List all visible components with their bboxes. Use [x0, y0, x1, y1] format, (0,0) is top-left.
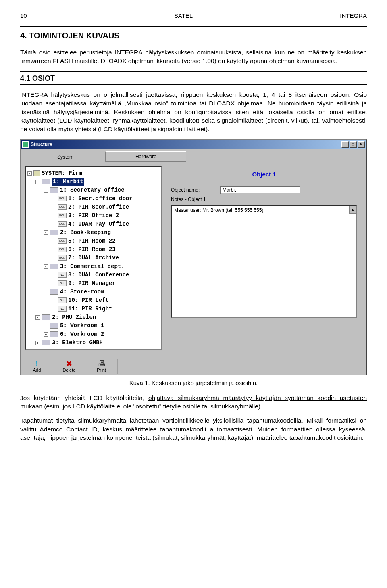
- details-pane: Object 1 Object name: Notes - Object 1 M…: [166, 166, 362, 350]
- tree-node[interactable]: -2: Book-keeping: [27, 228, 160, 237]
- folder-icon: [42, 340, 50, 345]
- tree-label: 2: PHU Zielen: [52, 313, 96, 322]
- tree-label: 7: DUAL Archive: [68, 254, 119, 262]
- bottom-toolbar: ! Add ✖ Delete 🖶 Print: [21, 357, 366, 375]
- zone-icon: EOL: [58, 238, 67, 244]
- tree-node[interactable]: +5: Workroom 1: [27, 322, 160, 330]
- page-number: 10: [20, 12, 27, 19]
- tree-node[interactable]: EOL1: Secr.office door: [27, 195, 160, 203]
- tabs: System Hardware: [21, 149, 366, 162]
- tree-node[interactable]: EOL2: PIR Secr.office: [27, 203, 160, 211]
- tree-node[interactable]: NO10: PIR Left: [27, 296, 160, 305]
- object-heading: Object 1: [166, 166, 362, 185]
- scroll-up-icon[interactable]: ▲: [349, 206, 356, 214]
- zone-icon: EOL: [58, 213, 67, 218]
- tree-node[interactable]: EOL3: PIR Office 2: [27, 211, 160, 220]
- tree-node[interactable]: EOL6: PIR Room 23: [27, 245, 160, 254]
- tree-label: SYSTEM: Firm: [42, 169, 82, 178]
- tree-node[interactable]: EOL5: PIR Room 22: [27, 237, 160, 245]
- delete-icon: ✖: [53, 360, 85, 368]
- folder-icon: [50, 187, 58, 193]
- app-icon: [22, 141, 29, 148]
- tree-label: 1: Marbit: [52, 178, 84, 186]
- collapse-icon[interactable]: -: [35, 315, 40, 320]
- collapse-icon[interactable]: -: [44, 264, 48, 269]
- tree-node[interactable]: -3: Commercial dept.: [27, 262, 160, 271]
- notes-content: Master user: Mr. Brown (tel. 555 555 555…: [174, 207, 263, 213]
- object-name-input[interactable]: [220, 186, 301, 194]
- tab-hardware[interactable]: Hardware: [106, 151, 186, 162]
- tree-node[interactable]: -1: Secretary office: [27, 186, 160, 195]
- folder-icon: [50, 264, 58, 269]
- folder-icon: [50, 323, 58, 329]
- delete-button[interactable]: ✖ Delete: [53, 359, 85, 374]
- tree-label: 8: DUAL Conference: [68, 271, 129, 279]
- tree-node[interactable]: NO11: PIR Right: [27, 305, 160, 313]
- folder-icon: [42, 314, 50, 320]
- tree-node[interactable]: +6: Workroom 2: [27, 330, 160, 339]
- tree-label: 6: PIR Room 23: [68, 245, 116, 254]
- tree-label: 3: Commercial dept.: [60, 262, 125, 271]
- zone-icon: NO: [58, 306, 67, 312]
- zone-icon: NO: [58, 280, 67, 286]
- expand-icon[interactable]: +: [35, 341, 40, 345]
- notes-textarea[interactable]: Master user: Mr. Brown (tel. 555 555 555…: [171, 205, 357, 318]
- print-icon: 🖶: [85, 360, 117, 368]
- collapse-icon[interactable]: -: [44, 188, 48, 193]
- collapse-icon[interactable]: -: [44, 290, 48, 294]
- paragraph-osiot: INTEGRA hälytyskeskus on ohjelmallisesti…: [20, 90, 367, 134]
- brand: SATEL: [174, 12, 193, 19]
- section-4-1-title: 4.1 OSIOT: [20, 74, 367, 83]
- collapse-icon[interactable]: -: [44, 230, 48, 235]
- add-button[interactable]: ! Add: [21, 359, 53, 374]
- notes-label: Notes - Object 1: [171, 197, 215, 202]
- system-icon: [33, 170, 40, 176]
- tree-node[interactable]: -SYSTEM: Firm: [27, 169, 160, 178]
- structure-window: Structure _ □ × System Hardware -SYSTEM:…: [20, 139, 367, 375]
- tree-node[interactable]: EOL4: UDAR Pay Office: [27, 220, 160, 228]
- zone-icon: EOL: [58, 255, 67, 261]
- expand-icon[interactable]: +: [44, 324, 48, 328]
- collapse-icon[interactable]: -: [35, 180, 40, 184]
- paragraph-intro: Tämä osio esittelee perustietoja INTEGRA…: [20, 48, 367, 65]
- object-name-label: Object name:: [171, 187, 215, 193]
- tree-node[interactable]: -2: PHU Zielen: [27, 313, 160, 322]
- product: INTEGRA: [340, 12, 367, 19]
- tree-node[interactable]: NO8: DUAL Conference: [27, 271, 160, 279]
- paragraph-events: Tapahtumat tietyltä silmukkaryhmältä läh…: [20, 416, 367, 442]
- figure-caption: Kuva 1. Keskuksen jako järjestelmiin ja …: [20, 379, 367, 386]
- tree-label: 3: PIR Office 2: [68, 211, 119, 220]
- tree-label: 4: UDAR Pay Office: [68, 220, 129, 228]
- tree-node[interactable]: NO9: PIR Menager: [27, 279, 160, 288]
- tree-label: 2: PIR Secr.office: [68, 203, 129, 211]
- zone-icon: NO: [58, 297, 67, 303]
- print-button[interactable]: 🖶 Print: [85, 359, 118, 374]
- tree-label: 3: Elektro GMBH: [52, 339, 103, 347]
- tree-node[interactable]: -1: Marbit: [27, 178, 160, 186]
- page-header: 10 SATEL INTEGRA: [20, 12, 367, 19]
- close-button[interactable]: ×: [358, 141, 365, 148]
- zone-icon: EOL: [58, 247, 67, 252]
- tree-label: 9: PIR Menager: [68, 279, 116, 288]
- maximize-button[interactable]: □: [350, 141, 357, 148]
- section-4-title: 4. TOIMINTOJEN KUVAUS: [20, 31, 367, 40]
- tree-node[interactable]: EOL7: DUAL Archive: [27, 254, 160, 262]
- folder-icon: [50, 289, 58, 295]
- collapse-icon[interactable]: -: [27, 171, 32, 176]
- tree-label: 4: Store-room: [60, 288, 104, 296]
- expand-icon[interactable]: +: [44, 332, 48, 337]
- folder-icon: [42, 179, 50, 184]
- tree-node[interactable]: +3: Elektro GMBH: [27, 339, 160, 347]
- zone-icon: EOL: [58, 221, 67, 227]
- tab-system[interactable]: System: [25, 152, 106, 162]
- tree-label: 5: Workroom 1: [60, 322, 104, 330]
- zone-icon: EOL: [58, 196, 67, 201]
- tree-label: 1: Secretary office: [60, 186, 125, 195]
- tree-label: 5: PIR Room 22: [68, 237, 116, 245]
- minimize-button[interactable]: _: [341, 141, 349, 148]
- window-titlebar: Structure _ □ ×: [21, 140, 366, 149]
- tree-node[interactable]: -4: Store-room: [27, 288, 160, 296]
- tree-view[interactable]: -SYSTEM: Firm-1: Marbit-1: Secretary off…: [25, 166, 162, 350]
- zone-icon: NO: [58, 272, 67, 278]
- add-icon: !: [21, 360, 53, 368]
